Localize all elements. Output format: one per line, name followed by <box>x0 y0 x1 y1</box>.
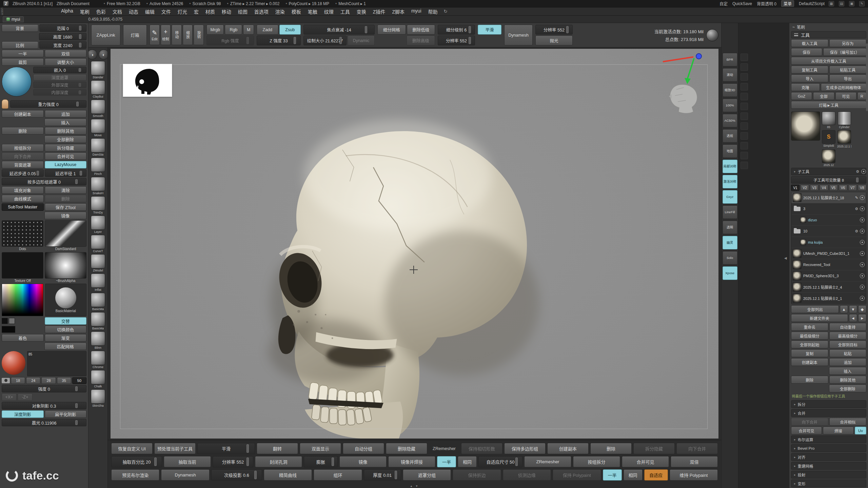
focal-shift-slider[interactable]: 焦点衰减 -14 <box>303 25 375 35</box>
menu-item[interactable]: 移动 <box>218 8 235 15</box>
panel-control[interactable]: 双倍 <box>45 50 87 57</box>
brush-item[interactable]: Layer <box>91 216 105 233</box>
brush-item[interactable]: BasicMa <box>91 293 105 311</box>
titlebar-icon[interactable]: ▣ <box>849 1 854 6</box>
bottom-control[interactable]: 翻转 <box>257 443 298 454</box>
subtool-row[interactable]: UMesh_PM3D_Cube3D1_1 ✎ ⚙ <box>791 248 866 259</box>
eye-icon[interactable] <box>860 251 865 256</box>
tool-button[interactable]: 灯箱►工具 <box>791 101 866 109</box>
z-intensity-slider[interactable]: Z 强度 33 <box>257 36 301 45</box>
titlebar-button[interactable]: 背面透明 0 <box>757 1 776 6</box>
brush-item[interactable]: Inflat <box>91 273 105 291</box>
tray-divider-arrow[interactable]: ◄ <box>783 256 788 261</box>
brush-item[interactable]: BasicMa <box>91 312 105 330</box>
subtool-action-button[interactable]: 插入 <box>829 367 867 375</box>
tray-toggle[interactable]: ▲ ▼ <box>108 484 721 488</box>
panel-control[interactable]: 保存 ZTool <box>45 203 87 211</box>
panel-control[interactable]: 按多边形组遮罩 0 <box>2 178 86 185</box>
outer-depth-slider[interactable]: 外部深度 <box>33 82 86 88</box>
quick-brush-icon[interactable]: ◐ <box>99 49 108 60</box>
eye-icon[interactable] <box>861 169 866 174</box>
switch-colors-button[interactable]: 切换颜色 <box>45 326 87 333</box>
sculpt-canvas[interactable] <box>111 49 718 439</box>
mini-slot[interactable] <box>741 132 748 140</box>
panel-control[interactable]: 创建副本 <box>2 110 44 118</box>
brush-item[interactable]: Blinn <box>91 331 105 349</box>
current-color-swatch[interactable] <box>2 326 15 333</box>
scale-mode-button[interactable]: 缩放 <box>183 25 193 45</box>
tool-button[interactable]: GoZ <box>791 92 812 100</box>
titlebar-button[interactable]: QuickSave <box>732 1 752 6</box>
subtool-row[interactable]: dizuo ✎ ⚙ <box>791 215 866 226</box>
bottom-control[interactable]: 合并可见 <box>622 456 669 467</box>
eye-icon[interactable] <box>860 195 865 200</box>
visibility-set-button[interactable]: V7 <box>848 185 857 191</box>
bottom-control[interactable]: 删除隐藏 <box>386 443 427 454</box>
inner-depth-slider[interactable]: 内部深度 <box>33 89 86 96</box>
panel-control[interactable]: LazyMouse <box>45 161 87 168</box>
brush-item[interactable]: SnakeH <box>91 177 105 195</box>
shelf-button[interactable]: 局部对称 <box>723 160 737 173</box>
panel-control[interactable]: 一半 <box>2 50 44 57</box>
bottom-control[interactable]: 维持 Polypaint <box>670 469 718 481</box>
draw-mode-button[interactable]: + 绘制 <box>161 25 171 45</box>
panel-control[interactable]: 深度阴影 <box>2 410 44 418</box>
palette-section-row[interactable]: 对齐 <box>791 453 866 461</box>
brush-slot[interactable]: Texture Off <box>2 252 43 283</box>
recent-tool[interactable]: Cylinder <box>837 111 851 129</box>
tool-palette-header[interactable]: 工具 <box>791 31 866 38</box>
shelf-button[interactable]: AC50% <box>723 114 737 127</box>
panel-control[interactable]: 合并可见 <box>45 152 87 160</box>
panel-control[interactable]: 对象阴影 0.3 <box>2 402 86 409</box>
bottom-control[interactable]: 封闭孔洞 <box>255 456 302 467</box>
bottom-control[interactable]: 向下合并 <box>676 443 718 454</box>
menu-item[interactable]: myui <box>408 8 425 15</box>
bottom-control[interactable]: 抽取当前 <box>164 456 211 467</box>
subtool-action-button[interactable]: 全部到目标 <box>829 341 867 348</box>
subtool-row[interactable]: PM3D_Sphere3D1_3 ✎ ⚙ <box>791 270 866 282</box>
panel-control[interactable]: 拆分隐藏 <box>45 144 87 151</box>
quick-brush-icon[interactable]: ◑ <box>88 49 97 60</box>
sdiv-level-slider[interactable]: 细分级别 6 <box>438 25 475 35</box>
panel-control[interactable]: 扁平化阴影 <box>45 410 87 418</box>
subtool-action-button[interactable]: 自动重排 <box>829 323 867 331</box>
fov-preset-button[interactable]: 35 <box>57 377 71 384</box>
subtool-section-header[interactable]: 子工具 ⚙ <box>791 168 866 175</box>
panel-control[interactable]: 背面遮罩 <box>2 161 44 168</box>
bottom-control[interactable]: 次级投影 0.6 <box>211 469 262 481</box>
fov-preset-button[interactable]: 28 <box>41 377 56 384</box>
tool-button[interactable]: 克隆 <box>791 83 820 91</box>
secondary-color-swatch[interactable] <box>9 318 15 324</box>
mini-slot[interactable] <box>741 152 748 159</box>
panel-control[interactable]: 高度 1680 <box>39 33 86 40</box>
menu-item[interactable]: 模板 <box>288 8 304 15</box>
panel-control[interactable]: SubTool Master <box>2 203 44 211</box>
visibility-set-button[interactable]: V3 <box>810 185 818 191</box>
menu-item[interactable]: 材质 <box>202 8 218 15</box>
brush-item[interactable]: ZModel <box>91 254 105 272</box>
subtool-action-button[interactable]: ▼ <box>849 305 857 313</box>
tool-button[interactable]: 另存为 <box>829 39 867 47</box>
titlebar-icon[interactable]: ▦ <box>829 1 834 6</box>
panel-control[interactable]: 插入 <box>44 119 87 126</box>
mini-slot[interactable] <box>741 73 748 81</box>
tab-brush-palette[interactable]: ~ 笔刷 <box>791 24 866 30</box>
gear-icon[interactable]: ⚙ <box>855 207 858 211</box>
document-thumbnail[interactable] <box>123 64 172 97</box>
menu-item[interactable]: 帮助 <box>425 8 441 15</box>
gear-icon[interactable]: ⚙ <box>855 229 858 233</box>
edit-mode-button[interactable]: ✎ Edit <box>150 25 160 45</box>
bottom-control[interactable]: 侦测边缘 <box>503 469 551 481</box>
bottom-control[interactable]: 预览布尔渲染 <box>111 469 159 481</box>
subtool-action-button[interactable]: ◆ <box>858 305 866 313</box>
subtool-visible-count-slider[interactable]: 子工具可见数量 8 <box>791 176 866 184</box>
bottom-control[interactable]: 恢复自定义 UI <box>111 443 153 454</box>
eye-icon[interactable] <box>860 296 865 301</box>
palette-section-row[interactable]: 合并相似 <box>829 418 867 426</box>
rgb-intensity-slider[interactable]: Rgb 强度 <box>206 36 254 45</box>
subtool-action-button[interactable]: 新建文件夹 <box>791 314 848 322</box>
panel-control[interactable]: 删除 <box>45 195 87 202</box>
recent-tool[interactable]: 2025.12 <box>822 149 836 167</box>
menu-item[interactable]: 纹理 <box>321 8 337 15</box>
mini-slot[interactable] <box>741 122 748 130</box>
